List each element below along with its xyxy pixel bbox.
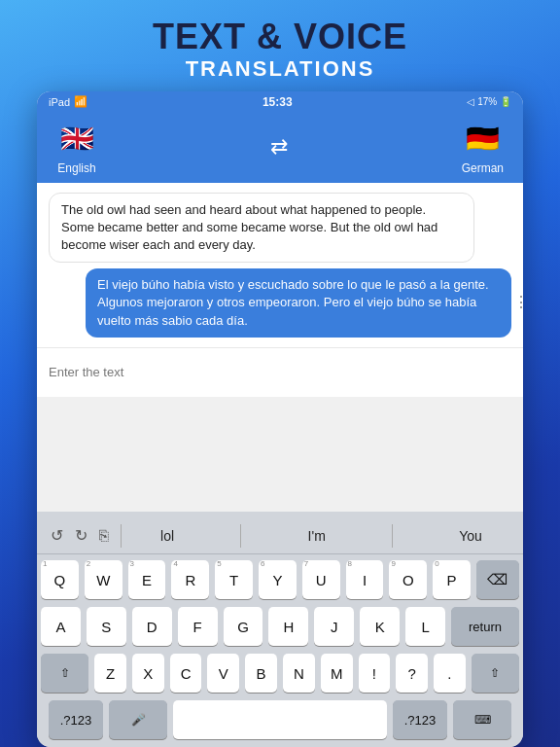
key-f[interactable]: F [178, 607, 218, 646]
key-g[interactable]: G [224, 607, 263, 646]
key-e[interactable]: 3E [128, 560, 166, 599]
source-language[interactable]: 🇬🇧 English [56, 119, 97, 175]
mic-key[interactable]: 🎤 [109, 700, 167, 739]
translated-bubble: El viejo búho había visto y escuchado so… [86, 268, 511, 338]
suggestion-divider-2 [392, 524, 393, 548]
key-o[interactable]: 9O [389, 560, 427, 599]
space-key[interactable] [173, 700, 387, 739]
key-period[interactable]: . [434, 654, 466, 693]
language-bar: 🇬🇧 English ⇄ 🇩🇪 German [37, 113, 523, 183]
key-h[interactable]: H [268, 607, 308, 646]
suggestion-divider-1 [240, 524, 241, 548]
key-u[interactable]: 7U [302, 560, 340, 599]
suggestion-1[interactable]: I'm [298, 524, 335, 548]
app-title-main: TEXT & VOICE [10, 18, 550, 56]
key-row-2: A S D F G H J K L return [41, 607, 519, 646]
source-flag: 🇬🇧 [56, 119, 97, 160]
device-frame: iPad 📶 15:33 ◁ 17% 🔋 🇬🇧 English ⇄ 🇩🇪 Ger… [37, 91, 523, 747]
chat-section: The old owl had seen and heard about wha… [37, 183, 523, 347]
key-d[interactable]: D [132, 607, 172, 646]
key-n[interactable]: N [283, 654, 315, 693]
status-bar: iPad 📶 15:33 ◁ 17% 🔋 [37, 91, 523, 113]
translation-area: The old owl had seen and heard about wha… [37, 183, 523, 512]
battery-text: ◁ 17% 🔋 [467, 96, 511, 107]
bubble-menu-icon[interactable]: ⋮ [513, 292, 523, 313]
wifi-icon: 📶 [74, 95, 88, 108]
key-i[interactable]: 8I [346, 560, 384, 599]
status-time: 15:33 [262, 95, 293, 109]
key-j[interactable]: J [314, 607, 354, 646]
undo-button[interactable]: ↺ [47, 524, 67, 547]
swap-button[interactable]: ⇄ [262, 130, 296, 163]
keyboard: ↺ ↻ ⎘ lol I'm You 1Q 2W 3E 4R 5T 6Y [37, 512, 523, 747]
app-header: TEXT & VOICE TRANSLATIONS [0, 0, 560, 91]
key-question[interactable]: ? [396, 654, 428, 693]
source-lang-name: English [57, 161, 95, 175]
key-m[interactable]: M [321, 654, 353, 693]
keyboard-switch-key[interactable]: ⌨ [453, 700, 511, 739]
redo-button[interactable]: ↻ [71, 524, 91, 547]
key-c[interactable]: C [170, 654, 202, 693]
key-p[interactable]: 0P [433, 560, 471, 599]
key-q[interactable]: 1Q [41, 560, 79, 599]
key-y[interactable]: 6Y [259, 560, 297, 599]
device-label: iPad [49, 96, 70, 108]
return-key[interactable]: return [451, 607, 519, 646]
shift-key[interactable]: ⇧ [41, 654, 88, 693]
key-a[interactable]: A [41, 607, 81, 646]
input-area[interactable] [37, 347, 523, 397]
key-row-3: ⇧ Z X C V B N M ! ? . ⇧ [41, 654, 519, 693]
key-r[interactable]: 4R [171, 560, 209, 599]
keyboard-bottom-row: .?123 🎤 .?123 ⌨ [37, 696, 523, 747]
key-t[interactable]: 5T [215, 560, 253, 599]
key-exclaim[interactable]: ! [359, 654, 391, 693]
status-right: ◁ 17% 🔋 [467, 96, 511, 107]
num-switch-key-right[interactable]: .?123 [393, 700, 447, 739]
empty-space [37, 397, 523, 512]
original-text: The old owl had seen and heard about wha… [61, 202, 438, 252]
text-input[interactable] [49, 358, 511, 387]
key-w[interactable]: 2W [85, 560, 122, 599]
key-row-1: 1Q 2W 3E 4R 5T 6Y 7U 8I 9O 0P ⌫ [41, 560, 519, 599]
paste-button[interactable]: ⎘ [95, 525, 113, 547]
key-z[interactable]: Z [94, 654, 126, 693]
target-flag: 🇩🇪 [462, 119, 503, 160]
suggestion-divider [121, 524, 122, 548]
num-switch-key-left[interactable]: .?123 [49, 700, 103, 739]
translated-text: El viejo búho había visto y escuchado so… [97, 277, 489, 327]
suggestions-list: lol I'm You [123, 524, 519, 548]
key-k[interactable]: K [360, 607, 400, 646]
app-title-sub: TRANSLATIONS [10, 56, 550, 82]
key-rows: 1Q 2W 3E 4R 5T 6Y 7U 8I 9O 0P ⌫ A S D F … [37, 554, 523, 696]
suggestion-0[interactable]: lol [151, 524, 184, 548]
key-s[interactable]: S [87, 607, 126, 646]
key-l[interactable]: L [405, 607, 445, 646]
target-language[interactable]: 🇩🇪 German [462, 119, 504, 175]
key-v[interactable]: V [207, 654, 239, 693]
key-b[interactable]: B [245, 654, 277, 693]
original-bubble: The old owl had seen and heard about wha… [49, 193, 474, 264]
suggestion-2[interactable]: You [449, 524, 492, 548]
suggestion-actions: ↺ ↻ ⎘ [41, 524, 119, 547]
keyboard-suggestions: ↺ ↻ ⎘ lol I'm You [37, 517, 523, 554]
delete-key[interactable]: ⌫ [476, 560, 519, 599]
status-left: iPad 📶 [49, 95, 88, 108]
target-lang-name: German [462, 161, 504, 175]
key-x[interactable]: X [132, 654, 164, 693]
shift-key-right[interactable]: ⇧ [472, 654, 519, 693]
